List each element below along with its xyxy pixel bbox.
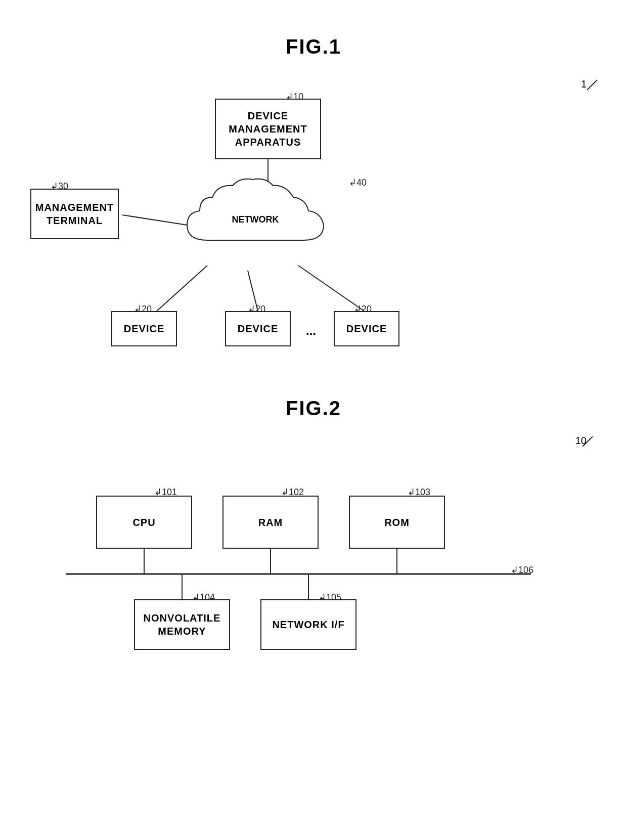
fig1-corner-ref: 1 <box>581 78 587 90</box>
cpu-ref: ↲101 <box>154 487 177 498</box>
ram-ref: ↲102 <box>281 487 304 498</box>
rom-ref: ↲103 <box>408 487 430 498</box>
cpu-box: CPU <box>96 496 192 549</box>
ram-box: RAM <box>222 496 319 549</box>
svg-line-0 <box>587 80 597 90</box>
rom-box: ROM <box>349 496 445 549</box>
nonvolatile-ref: ↲104 <box>192 592 215 603</box>
network-if-ref: ↲105 <box>319 592 341 603</box>
device3-ref: ↲20 <box>354 303 372 315</box>
network-ref: ↲40 <box>349 177 367 188</box>
nonvolatile-box: NONVOLATILE MEMORY <box>134 599 230 650</box>
device-management-box: DEVICE MANAGEMENT APPARATUS <box>215 99 321 159</box>
management-terminal-box: MANAGEMENT TERMINAL <box>30 189 119 239</box>
svg-line-3 <box>157 266 207 311</box>
fig2-corner-ref: 10 <box>575 435 587 447</box>
dots: ... <box>306 324 316 338</box>
device2-ref: ↲20 <box>248 303 265 315</box>
network-if-box: NETWORK I/F <box>260 599 356 650</box>
network-cloud: NETWORK <box>167 174 369 266</box>
mt-ref: ↲30 <box>51 181 68 192</box>
device-box-2: DEVICE <box>225 311 291 346</box>
page: FIG.1 1 <box>0 0 627 840</box>
fig1-title: FIG.1 <box>0 35 627 58</box>
device-box-1: DEVICE <box>111 311 177 346</box>
dm-ref: ↲10 <box>286 91 303 102</box>
svg-text:NETWORK: NETWORK <box>232 214 279 225</box>
device-box-3: DEVICE <box>334 311 399 346</box>
svg-line-7 <box>583 436 593 447</box>
device1-ref: ↲20 <box>134 303 152 315</box>
fig2-title: FIG.2 <box>0 397 627 420</box>
fig1-diagram: 1 DEVICE MANAGEMENT APPARAT <box>0 63 627 377</box>
bus-ref: ↲106 <box>511 564 533 576</box>
fig2-diagram: 10 CPU ↲101 <box>0 425 627 668</box>
